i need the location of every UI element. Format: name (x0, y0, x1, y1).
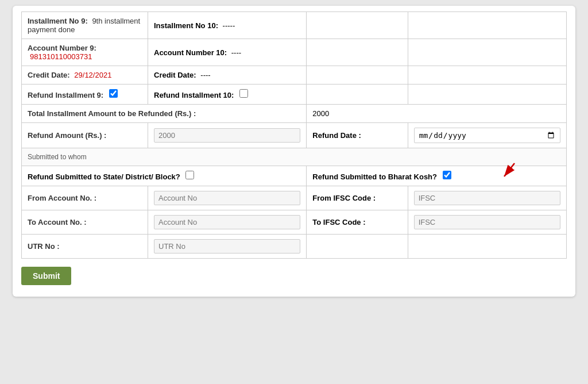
total-amount-row: Total Installment Amount to be Refunded … (22, 105, 567, 123)
to-ifsc-input-cell (408, 210, 566, 235)
utr-empty1 (307, 235, 408, 259)
to-account-input[interactable] (154, 215, 300, 229)
account-empty2 (408, 39, 566, 66)
total-value: 2000 (307, 105, 567, 123)
bharat-submitted-cell: Refund Submitted to Bharat Kosh? (307, 166, 567, 186)
refund-amount-row: Refund Amount (Rs.) : Refund Date : (22, 123, 567, 148)
refund-empty1 (307, 85, 408, 105)
from-ifsc-input[interactable] (414, 191, 560, 205)
credit9-cell: Credit Date: 29/12/2021 (22, 66, 148, 85)
from-account-label: From Account No. : (22, 186, 148, 210)
account-number-row: Account Number 9: 981310110003731 Accoun… (22, 39, 567, 66)
utr-row: UTR No : (22, 235, 567, 259)
submit-button[interactable]: Submit (21, 267, 71, 285)
page-wrapper: Installment No 9: 9th installment paymen… (13, 6, 575, 297)
refund9-checkbox[interactable] (109, 89, 118, 98)
refund10-checkbox[interactable] (239, 89, 248, 98)
utr-input[interactable] (154, 239, 300, 254)
total-label: Total Installment Amount to be Refunded … (22, 105, 307, 123)
refund10-cell: Refund Installment 10: (148, 85, 307, 105)
account-empty1 (307, 39, 408, 66)
refund-date-input-cell (408, 123, 566, 148)
utr-input-cell (148, 235, 307, 259)
installment-empty1 (307, 12, 408, 39)
refund-amount-label: Refund Amount (Rs.) : (22, 123, 148, 148)
state-submitted-cell: Refund Submitted to State/ District/ Blo… (22, 166, 307, 186)
credit-date-row: Credit Date: 29/12/2021 Credit Date: ---… (22, 66, 567, 85)
credit-empty2 (408, 66, 566, 85)
state-submitted-checkbox[interactable] (185, 171, 194, 179)
refund-date-input[interactable] (414, 128, 560, 143)
installment-empty2 (408, 12, 566, 39)
red-arrow-icon (474, 160, 520, 183)
from-ifsc-input-cell (408, 186, 566, 210)
svg-line-1 (504, 163, 514, 176)
from-account-row: From Account No. : From IFSC Code : (22, 186, 567, 210)
utr-label: UTR No : (22, 235, 148, 259)
from-account-input[interactable] (154, 191, 300, 205)
account9-cell: Account Number 9: 981310110003731 (22, 39, 148, 66)
credit10-cell: Credit Date: ---- (148, 66, 307, 85)
to-account-label: To Account No. : (22, 210, 148, 235)
from-ifsc-label: From IFSC Code : (307, 186, 408, 210)
refund-installment-row: Refund Installment 9: Refund Installment… (22, 85, 567, 105)
refund-date-label-cell: Refund Date : (307, 123, 408, 148)
account10-cell: Account Number 10: ---- (148, 39, 307, 66)
installment9-label: Installment No 9: 9th installment paymen… (22, 12, 148, 39)
refund-empty2 (408, 85, 566, 105)
refund-amount-input-cell (148, 123, 307, 148)
installment10-label: Installment No 10: ----- (148, 12, 307, 39)
utr-empty2 (408, 235, 566, 259)
credit-empty1 (307, 66, 408, 85)
to-ifsc-input[interactable] (414, 215, 560, 229)
main-table: Installment No 9: 9th installment paymen… (21, 11, 567, 259)
refund9-cell: Refund Installment 9: (22, 85, 148, 105)
bharat-submitted-checkbox[interactable] (443, 171, 451, 179)
to-account-row: To Account No. : To IFSC Code : (22, 210, 567, 235)
installment-no-row: Installment No 9: 9th installment paymen… (22, 12, 567, 39)
refund-submitted-row: Refund Submitted to State/ District/ Blo… (22, 166, 567, 186)
refund-amount-input[interactable] (154, 128, 300, 143)
to-ifsc-label: To IFSC Code : (307, 210, 408, 235)
to-account-input-cell (148, 210, 307, 235)
from-account-input-cell (148, 186, 307, 210)
